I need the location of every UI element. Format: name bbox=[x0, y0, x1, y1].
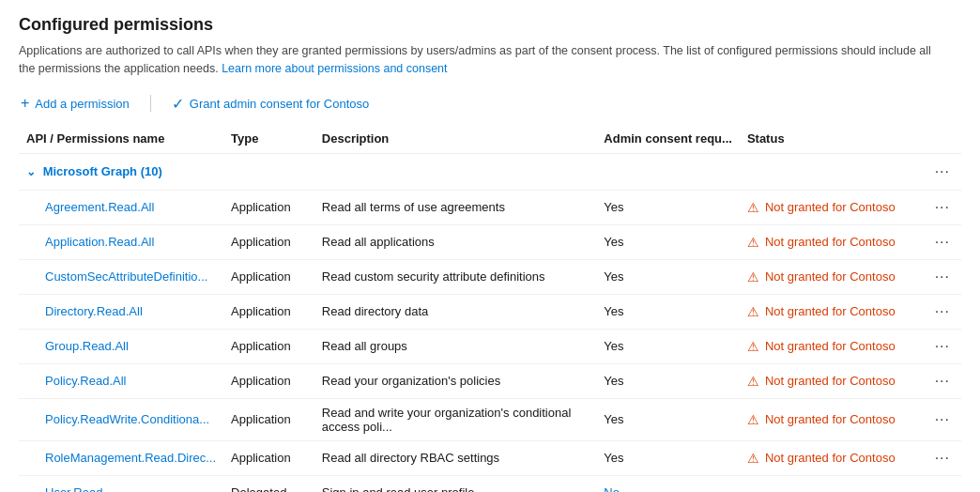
status-cell: ⚠ Not granted for Contoso bbox=[747, 304, 916, 319]
permission-actions-button[interactable]: ··· bbox=[931, 336, 954, 357]
permission-type: Application bbox=[223, 398, 314, 440]
table-row: Policy.Read.All Application Read your or… bbox=[19, 363, 961, 398]
learn-more-link[interactable]: Learn more about permissions and consent bbox=[222, 62, 447, 75]
permission-type: Application bbox=[223, 363, 314, 398]
table-row: Directory.Read.All Application Read dire… bbox=[19, 294, 961, 329]
status-cell: ⚠ Not granted for Contoso bbox=[747, 412, 916, 427]
page-description: Applications are authorized to call APIs… bbox=[19, 42, 939, 78]
table-row: RoleManagement.Read.Direc... Application… bbox=[19, 440, 961, 475]
status-text: Not granted for Contoso bbox=[765, 235, 896, 249]
admin-consent-value: Yes bbox=[596, 398, 740, 440]
col-header-api: API / Permissions name bbox=[19, 126, 223, 154]
admin-consent-value: Yes bbox=[596, 363, 740, 398]
col-header-actions bbox=[924, 126, 961, 154]
permission-status: ⚠ Not granted for Contoso bbox=[740, 363, 924, 398]
grant-consent-button[interactable]: ✓ Grant admin consent for Contoso bbox=[170, 91, 372, 116]
status-cell: ⚠ Not granted for Contoso bbox=[747, 235, 916, 250]
checkmark-icon: ✓ bbox=[172, 95, 184, 113]
page-title: Configured permissions bbox=[19, 15, 961, 35]
permission-description: Sign in and read user profile bbox=[314, 475, 597, 492]
permission-description: Read and write your organization's condi… bbox=[314, 398, 597, 440]
table-row: Application.Read.All Application Read al… bbox=[19, 224, 961, 259]
permission-status: ⚠ Not granted for Contoso bbox=[740, 259, 924, 294]
status-text: Not granted for Contoso bbox=[765, 412, 896, 426]
admin-consent-value: Yes bbox=[596, 294, 740, 329]
permission-actions-button[interactable]: ··· bbox=[931, 197, 954, 218]
permission-actions-button[interactable]: ··· bbox=[931, 232, 954, 253]
permission-status: ⚠ Not granted for Contoso bbox=[740, 329, 924, 363]
plus-icon: + bbox=[21, 95, 29, 112]
permission-actions-button[interactable]: ··· bbox=[931, 409, 954, 430]
admin-consent-value: Yes bbox=[596, 329, 740, 363]
warning-icon: ⚠ bbox=[747, 304, 759, 319]
permission-name[interactable]: Group.Read.All bbox=[19, 329, 223, 363]
warning-icon: ⚠ bbox=[747, 412, 759, 427]
permission-type: Application bbox=[223, 294, 314, 329]
warning-icon: ⚠ bbox=[747, 451, 759, 466]
permission-type: Application bbox=[223, 440, 314, 475]
permission-name[interactable]: Application.Read.All bbox=[19, 224, 223, 259]
permission-description: Read all applications bbox=[314, 224, 597, 259]
col-header-consent: Admin consent requ... bbox=[596, 126, 740, 154]
permission-actions-button[interactable]: ··· bbox=[931, 267, 954, 287]
status-cell: ⚠ Not granted for Contoso bbox=[747, 339, 916, 354]
status-text: Not granted for Contoso bbox=[765, 304, 896, 318]
permission-status: ⚠ Not granted for Contoso bbox=[740, 398, 924, 440]
status-cell: ⚠ Not granted for Contoso bbox=[747, 451, 916, 466]
status-text: Not granted for Contoso bbox=[765, 200, 896, 214]
toolbar: + Add a permission ✓ Grant admin consent… bbox=[19, 91, 961, 116]
permission-actions-button[interactable]: ··· bbox=[931, 371, 954, 392]
status-cell: ⚠ Not granted for Contoso bbox=[747, 200, 916, 215]
warning-icon: ⚠ bbox=[747, 269, 759, 284]
permission-status: ⚠ Not granted for Contoso bbox=[740, 224, 924, 259]
permission-description: Read all directory RBAC settings bbox=[314, 440, 597, 475]
table-row: Group.Read.All Application Read all grou… bbox=[19, 329, 961, 363]
col-header-description: Description bbox=[314, 126, 597, 154]
status-text: Not granted for Contoso bbox=[765, 374, 896, 388]
status-text: Not granted for Contoso bbox=[765, 269, 896, 284]
permission-actions-button[interactable]: ··· bbox=[931, 448, 954, 469]
toolbar-divider bbox=[150, 95, 151, 112]
status-cell: ⚠ Not granted for Contoso bbox=[747, 374, 916, 389]
permission-name[interactable]: Directory.Read.All bbox=[19, 294, 223, 329]
table-row: CustomSecAttributeDefinitio... Applicati… bbox=[19, 259, 961, 294]
permission-name[interactable]: Agreement.Read.All bbox=[19, 190, 223, 224]
permission-status: ⚠ Not granted for Contoso bbox=[740, 190, 924, 224]
warning-icon: ⚠ bbox=[747, 235, 759, 250]
permission-description: Read all terms of use agreements bbox=[314, 190, 597, 224]
permission-type: Application bbox=[223, 259, 314, 294]
permission-name[interactable]: Policy.Read.All bbox=[19, 363, 223, 398]
permission-type: Delegated bbox=[223, 475, 314, 492]
permission-type: Application bbox=[223, 224, 314, 259]
permission-actions-button[interactable]: ··· bbox=[931, 483, 954, 493]
permission-description: Read custom security attribute definitio… bbox=[314, 259, 597, 294]
status-text: Not granted for Contoso bbox=[765, 451, 896, 465]
permission-actions-button[interactable]: ··· bbox=[931, 301, 954, 322]
permission-status: ⚠ Not granted for Contoso bbox=[740, 440, 924, 475]
admin-consent-value: No bbox=[596, 475, 740, 492]
permission-description: Read directory data bbox=[314, 294, 597, 329]
warning-icon: ⚠ bbox=[747, 339, 759, 354]
admin-consent-value: Yes bbox=[596, 224, 740, 259]
permission-type: Application bbox=[223, 190, 314, 224]
admin-consent-value: Yes bbox=[596, 259, 740, 294]
col-header-status: Status bbox=[740, 126, 924, 154]
permissions-table: API / Permissions name Type Description … bbox=[19, 126, 961, 493]
add-permission-button[interactable]: + Add a permission bbox=[19, 91, 131, 115]
group-label[interactable]: Microsoft Graph (10) bbox=[43, 164, 162, 178]
permission-name[interactable]: RoleManagement.Read.Direc... bbox=[19, 440, 223, 475]
status-text: Not granted for Contoso bbox=[765, 339, 896, 353]
group-row: ⌄ Microsoft Graph (10) ··· bbox=[19, 153, 961, 190]
group-actions-button[interactable]: ··· bbox=[931, 161, 954, 182]
col-header-type: Type bbox=[223, 126, 314, 154]
permission-status: ⚠ Not granted for Contoso bbox=[740, 294, 924, 329]
table-header-row: API / Permissions name Type Description … bbox=[19, 126, 961, 154]
permission-name[interactable]: User.Read bbox=[19, 475, 223, 492]
permission-type: Application bbox=[223, 329, 314, 363]
permission-description: Read all groups bbox=[314, 329, 597, 363]
permission-name[interactable]: CustomSecAttributeDefinitio... bbox=[19, 259, 223, 294]
permission-description: Read your organization's policies bbox=[314, 363, 597, 398]
permission-status bbox=[740, 475, 924, 492]
admin-consent-value: Yes bbox=[596, 440, 740, 475]
permission-name[interactable]: Policy.ReadWrite.Conditiona... bbox=[19, 398, 223, 440]
